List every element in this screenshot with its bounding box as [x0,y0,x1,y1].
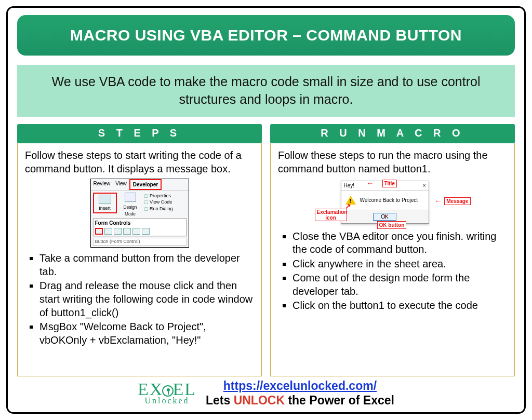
run-macro-column: R U N M A C R O Follow these steps to ru… [270,124,515,376]
steps-body: Follow these steps to start writing the … [17,143,262,376]
form-controls-label: Form Controls [95,220,131,226]
logo: EXEL Unlocked [138,382,196,405]
design-mode-icon [125,193,136,202]
footer: EXEL Unlocked https://excelunlocked.com/… [17,376,515,409]
steps-lead: Follow these steps to start writing the … [25,148,254,175]
control-icon [132,228,140,235]
page-title: MACRO USING VBA EDITOR – COMMAND BUTTON [17,15,515,56]
run-bullet-1: Click anywhere in the sheet area. [292,258,507,271]
form-controls-popup: Form Controls [93,218,187,236]
ribbon-prop-0: Properties [144,193,173,199]
steps-bullet-2: MsgBox "Welcome Back to Project", vbOKOn… [39,320,254,347]
footer-url[interactable]: https://excelunlocked.com/ [223,379,377,392]
ribbon-tab-review: Review [91,179,113,190]
run-macro-lead: Follow these steps to run the macro usin… [278,148,507,175]
insert-icon [99,195,111,204]
design-label: Design Mode [124,205,137,216]
arrow-icon: ← [435,196,442,206]
insert-label: Insert [95,206,115,212]
arrow-icon: ← [367,179,374,188]
logo-subtext: Unlocked [138,397,196,404]
ribbon-tab-developer: Developer [129,179,162,190]
control-icon [114,228,122,235]
annotation-message: Message [444,197,470,205]
button-control-icon [95,228,103,235]
msgbox-message: Welcome Back to Project [360,197,418,204]
infographic-frame: MACRO USING VBA EDITOR – COMMAND BUTTON … [6,6,526,414]
footer-text: https://excelunlocked.com/ Lets UNLOCK t… [206,378,394,409]
intro-text: We use VBA code to make the macro code s… [17,65,515,117]
ribbon-insert-group: Insert [93,193,117,214]
annotation-exclamation: Exclamation icon [315,209,347,221]
control-icon [142,228,150,235]
run-macro-bullets: Close the VBA editor once you finish. wr… [278,230,507,313]
steps-bullets: Take a command button from the developer… [25,252,254,347]
footer-tag-post: the Power of Excel [285,394,394,407]
ribbon-prop-1: View Code [144,199,173,206]
run-macro-body: Follow these steps to run the macro usin… [270,143,515,376]
run-bullet-3: Click on the button1 to execute the code [292,299,507,313]
run-macro-header: R U N M A C R O [270,124,515,143]
control-icon [104,228,112,235]
msgbox-close-icon: × [423,182,426,189]
steps-column: S T E P S Follow these steps to start wr… [17,124,262,376]
arrow-icon: ↑ [383,212,387,221]
ribbon-props: Properties View Code Run Dialog [144,193,173,212]
columns: S T E P S Follow these steps to start wr… [17,124,515,376]
steps-bullet-0: Take a command button from the developer… [39,252,254,278]
msgbox-thumbnail: Hey! × Welcome Back to Project OK [278,179,507,226]
run-bullet-2: Come out of the design mode form the dev… [292,272,507,298]
ribbon-tab-view: View [113,179,129,190]
footer-tag-unlock: UNLOCK [234,394,285,407]
ribbon-design-group: Design Mode [120,193,141,217]
arrow-icon: ↗ [345,201,351,211]
annotation-title: Title [382,180,397,187]
footer-tag-pre: Lets [206,394,234,407]
steps-bullet-1: Drag and release the mouse click and the… [39,279,254,319]
annotation-ok: OK button [377,221,407,229]
ribbon-thumbnail: Review View Developer Insert Design [25,179,254,248]
ribbon-tooltip: Button (Form Control) [93,238,187,246]
logo-lock-icon [162,385,174,397]
msgbox-title-text: Hey! [344,182,355,189]
steps-header: S T E P S [17,124,262,143]
run-bullet-0: Close the VBA editor once you finish. wr… [292,230,507,256]
ribbon-prop-2: Run Dialog [144,206,173,212]
control-icon [123,228,131,235]
